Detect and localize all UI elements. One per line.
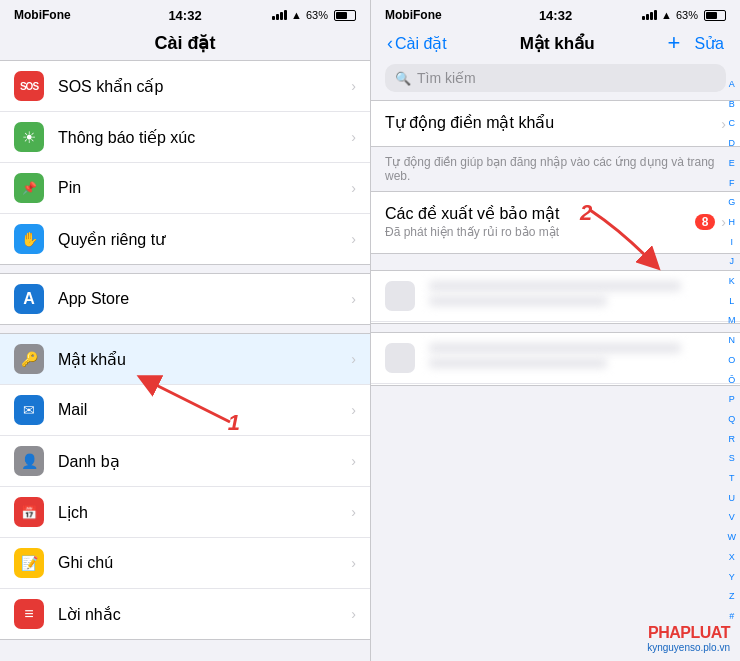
alpha-C[interactable]: C bbox=[727, 119, 738, 128]
appstore-chevron: › bbox=[351, 291, 356, 307]
settings-item-notes[interactable]: 📝 Ghi chú › bbox=[0, 538, 370, 589]
security-title: Các đề xuất về bảo mật bbox=[385, 204, 695, 223]
left-battery-icon bbox=[334, 10, 356, 21]
pin-chevron: › bbox=[351, 180, 356, 196]
settings-item-contacts[interactable]: 👤 Danh bạ › bbox=[0, 436, 370, 487]
sos-label: SOS khẩn cấp bbox=[58, 77, 351, 96]
alpha-X[interactable]: X bbox=[727, 553, 737, 562]
right-nav-bar: ‹ Cài đặt Mật khẩu + Sửa bbox=[371, 28, 740, 60]
right-battery-fill bbox=[706, 12, 717, 19]
add-button[interactable]: + bbox=[668, 32, 681, 54]
autofill-title: Tự động điền mật khẩu bbox=[385, 113, 721, 132]
alpha-O2[interactable]: Ô bbox=[726, 376, 737, 385]
watermark: PHAPLUAT kynguyenso.plo.vn bbox=[647, 624, 730, 653]
right-status-bar: MobiFone 14:32 ▲ 63% bbox=[371, 0, 740, 28]
calendar-chevron: › bbox=[351, 504, 356, 520]
contacts-chevron: › bbox=[351, 453, 356, 469]
settings-item-reminders[interactable]: ≡ Lời nhắc › bbox=[0, 589, 370, 639]
alpha-G[interactable]: G bbox=[726, 198, 737, 207]
left-status-icons: ▲ 63% bbox=[272, 9, 356, 21]
settings-item-privacy[interactable]: ✋ Quyền riêng tư › bbox=[0, 214, 370, 264]
appstore-label: App Store bbox=[58, 290, 351, 308]
search-icon: 🔍 bbox=[395, 71, 411, 86]
alpha-U[interactable]: U bbox=[727, 494, 738, 503]
contact-label: Thông báo tiếp xúc bbox=[58, 128, 351, 147]
blurred-item-2[interactable] bbox=[371, 333, 740, 384]
reminders-icon: ≡ bbox=[14, 599, 44, 629]
autofill-section: Tự động điền mật khẩu › bbox=[371, 100, 740, 147]
security-item[interactable]: Các đề xuất về bảo mật Đã phát hiện thấy… bbox=[371, 192, 740, 253]
contacts-icon-sym: 👤 bbox=[21, 453, 38, 469]
sos-chevron: › bbox=[351, 78, 356, 94]
pin-label: Pin bbox=[58, 179, 351, 197]
alpha-K[interactable]: K bbox=[727, 277, 737, 286]
calendar-icon: 📅 bbox=[14, 497, 44, 527]
watermark-brand: PHAPLUAT bbox=[647, 624, 730, 642]
nav-back-button[interactable]: ‹ Cài đặt bbox=[387, 33, 447, 54]
left-settings-group-3: 🔑 Mật khẩu › ✉ Mail › 👤 Danh bạ › 📅 Lịch… bbox=[0, 333, 370, 640]
mail-label: Mail bbox=[58, 401, 351, 419]
settings-item-sos[interactable]: SOS SOS khẩn cấp › bbox=[0, 61, 370, 112]
alpha-S[interactable]: S bbox=[727, 454, 737, 463]
blurred-line-2a bbox=[429, 343, 681, 353]
alpha-V[interactable]: V bbox=[727, 513, 737, 522]
password-chevron: › bbox=[351, 351, 356, 367]
bar4 bbox=[284, 10, 287, 20]
left-carrier: MobiFone bbox=[14, 8, 71, 22]
settings-item-pin[interactable]: 📌 Pin › bbox=[0, 163, 370, 214]
edit-button[interactable]: Sửa bbox=[694, 34, 724, 53]
pin-icon-sym: 📌 bbox=[22, 181, 37, 195]
alpha-I[interactable]: I bbox=[728, 238, 735, 247]
settings-item-password[interactable]: 🔑 Mật khẩu › bbox=[0, 334, 370, 385]
blurred-content-2 bbox=[429, 343, 726, 373]
alpha-H[interactable]: H bbox=[727, 218, 738, 227]
alphabet-index[interactable]: A B C D E F G H I J K L M N O Ô P Q R S … bbox=[726, 80, 739, 621]
right-battery-icon bbox=[704, 10, 726, 21]
left-nav-bar: Cài đặt bbox=[0, 28, 370, 60]
alpha-hash[interactable]: # bbox=[727, 612, 736, 621]
alpha-W[interactable]: W bbox=[726, 533, 739, 542]
settings-item-mail[interactable]: ✉ Mail › bbox=[0, 385, 370, 436]
alpha-Z[interactable]: Z bbox=[727, 592, 737, 601]
alpha-P[interactable]: P bbox=[727, 395, 737, 404]
alpha-Y[interactable]: Y bbox=[727, 573, 737, 582]
alpha-O[interactable]: O bbox=[726, 356, 737, 365]
alpha-L[interactable]: L bbox=[727, 297, 736, 306]
alpha-E[interactable]: E bbox=[727, 159, 737, 168]
right-signal bbox=[642, 10, 657, 20]
blurred-group-1 bbox=[371, 270, 740, 324]
sos-icon-text: SOS bbox=[20, 81, 38, 92]
alpha-R[interactable]: R bbox=[727, 435, 738, 444]
right-nav-actions: + Sửa bbox=[668, 32, 724, 54]
left-signal bbox=[272, 10, 287, 20]
settings-item-contact-exposure[interactable]: ☀ Thông báo tiếp xúc › bbox=[0, 112, 370, 163]
calendar-icon-sym: 📅 bbox=[21, 505, 37, 520]
alpha-A[interactable]: A bbox=[727, 80, 737, 89]
settings-item-calendar[interactable]: 📅 Lịch › bbox=[0, 487, 370, 538]
alpha-Q[interactable]: Q bbox=[726, 415, 737, 424]
blurred-line-1b bbox=[429, 296, 607, 306]
autofill-item[interactable]: Tự động điền mật khẩu › bbox=[371, 101, 740, 146]
search-bar[interactable]: 🔍 Tìm kiếm bbox=[385, 64, 726, 92]
blurred-group-2 bbox=[371, 332, 740, 386]
left-wifi-icon: ▲ bbox=[291, 9, 302, 21]
bar2 bbox=[276, 14, 279, 20]
sos-icon: SOS bbox=[14, 71, 44, 101]
security-subtitle: Đã phát hiện thấy rủi ro bảo mật bbox=[385, 225, 695, 241]
right-carrier: MobiFone bbox=[385, 8, 442, 22]
alpha-N[interactable]: N bbox=[727, 336, 738, 345]
alpha-B[interactable]: B bbox=[727, 100, 737, 109]
blurred-item-1[interactable] bbox=[371, 271, 740, 322]
settings-item-appstore[interactable]: A App Store › bbox=[0, 274, 370, 324]
alpha-T[interactable]: T bbox=[727, 474, 737, 483]
calendar-label: Lịch bbox=[58, 503, 351, 522]
alpha-D[interactable]: D bbox=[727, 139, 738, 148]
password-icon-sym: 🔑 bbox=[21, 351, 38, 367]
alpha-M[interactable]: M bbox=[726, 316, 738, 325]
right-status-icons: ▲ 63% bbox=[642, 9, 726, 21]
alpha-J[interactable]: J bbox=[728, 257, 737, 266]
alpha-F[interactable]: F bbox=[727, 179, 737, 188]
autofill-content: Tự động điền mật khẩu bbox=[385, 113, 721, 134]
contact-icon: ☀ bbox=[14, 122, 44, 152]
left-nav-title: Cài đặt bbox=[154, 32, 215, 54]
